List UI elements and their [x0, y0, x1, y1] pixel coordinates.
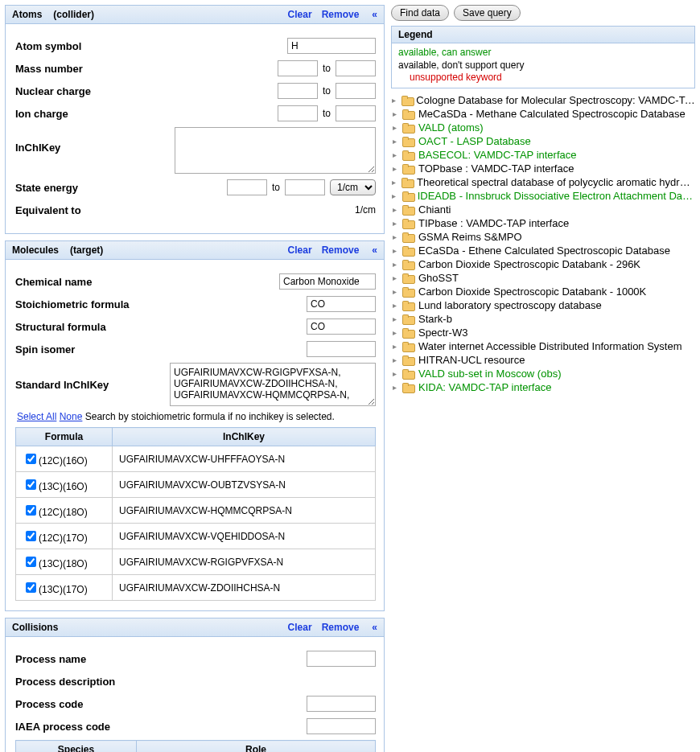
tree-item[interactable]: ▸Carbon Dioxide Spectroscopic Databank -…: [391, 285, 695, 298]
expander-icon[interactable]: ▸: [391, 137, 397, 146]
molecules-collapse-toggle[interactable]: «: [372, 245, 377, 256]
expander-icon[interactable]: ▸: [391, 123, 397, 132]
tree-item[interactable]: ▸Water internet Accessible Distributed I…: [391, 339, 695, 353]
tree-label[interactable]: GhoSST: [418, 272, 459, 284]
tree-label[interactable]: KIDA: VAMDC-TAP interface: [418, 381, 551, 393]
tree-label[interactable]: HITRAN-UCL resource: [418, 354, 525, 366]
tree-label[interactable]: Carbon Dioxide Spectroscopic Databank - …: [418, 258, 640, 270]
isotope-checkbox[interactable]: [26, 505, 36, 516]
isotope-checkbox[interactable]: [26, 557, 36, 567]
ion-charge-from-input[interactable]: [278, 105, 318, 121]
find-data-button[interactable]: Find data: [391, 5, 449, 21]
expander-icon[interactable]: ▸: [391, 232, 397, 241]
structural-formula-input[interactable]: [307, 318, 376, 335]
collisions-remove-link[interactable]: Remove: [322, 622, 360, 633]
tree-item[interactable]: ▸TOPbase : VAMDC-TAP interface: [391, 162, 695, 175]
collisions-clear-link[interactable]: Clear: [288, 622, 312, 633]
tree-label[interactable]: ECaSDa - Ethene Calculated Spectroscopic…: [418, 245, 670, 257]
tree-item[interactable]: ▸IDEADB - Innsbruck Dissociative Electro…: [391, 189, 695, 203]
expander-icon[interactable]: ▸: [391, 260, 397, 269]
expander-icon[interactable]: ▸: [391, 287, 397, 296]
atoms-remove-link[interactable]: Remove: [322, 9, 360, 20]
tree-label[interactable]: Carbon Dioxide Spectroscopic Databank - …: [418, 286, 646, 298]
expander-icon[interactable]: ▸: [391, 219, 397, 228]
tree-label[interactable]: Stark-b: [418, 313, 452, 325]
molecules-remove-link[interactable]: Remove: [322, 245, 360, 256]
tree-item[interactable]: ▸GhoSST: [391, 271, 695, 285]
isotope-checkbox[interactable]: [26, 479, 36, 490]
tree-item[interactable]: ▸TIPbase : VAMDC-TAP interface: [391, 216, 695, 230]
tree-item[interactable]: ▸Lund laboratory spectroscopy database: [391, 298, 695, 312]
tree-label[interactable]: VALD (atoms): [418, 121, 484, 134]
tree-item[interactable]: ▸Stark-b: [391, 312, 695, 326]
tree-label[interactable]: BASECOL: VAMDC-TAP interface: [418, 149, 577, 161]
save-query-button[interactable]: Save query: [454, 5, 521, 21]
expander-icon[interactable]: ▸: [391, 150, 397, 159]
tree-label[interactable]: IDEADB - Innsbruck Dissociative Electron…: [418, 190, 695, 202]
tree-label[interactable]: VALD sub-set in Moscow (obs): [418, 368, 562, 380]
expander-icon[interactable]: ▸: [391, 369, 397, 378]
expander-icon[interactable]: ▸: [391, 246, 397, 255]
molecules-clear-link[interactable]: Clear: [288, 245, 312, 256]
atom-inchikey-textarea[interactable]: [175, 127, 376, 174]
tree-label[interactable]: Theoretical spectral database of polycyc…: [417, 176, 695, 188]
tree-label[interactable]: OACT - LASP Database: [418, 135, 531, 147]
nuclear-charge-to-input[interactable]: [336, 83, 376, 99]
tree-item[interactable]: ▸VALD (atoms): [391, 121, 695, 134]
mass-number-to-input[interactable]: [336, 60, 376, 76]
expander-icon[interactable]: ▸: [391, 301, 397, 310]
atom-symbol-input[interactable]: [287, 38, 376, 54]
select-all-link[interactable]: Select All: [17, 411, 56, 422]
tree-label[interactable]: Spectr-W3: [418, 327, 467, 339]
stoich-formula-input[interactable]: [307, 296, 376, 312]
tree-item[interactable]: ▸KIDA: VAMDC-TAP interface: [391, 380, 695, 394]
spin-isomer-input[interactable]: [307, 341, 376, 357]
tree-item[interactable]: ▸MeCaSDa - Methane Calculated Spectrosco…: [391, 107, 695, 121]
state-energy-unit-select[interactable]: 1/cm: [330, 179, 376, 195]
tree-item[interactable]: ▸Chianti: [391, 203, 695, 216]
select-none-link[interactable]: None: [60, 411, 83, 422]
tree-item[interactable]: ▸GSMA Reims S&MPO: [391, 230, 695, 244]
tree-label[interactable]: Chianti: [418, 203, 451, 216]
isotope-checkbox[interactable]: [26, 454, 36, 464]
expander-icon[interactable]: ▸: [391, 96, 397, 105]
tree-label[interactable]: Lund laboratory spectroscopy database: [418, 299, 602, 311]
tree-item[interactable]: ▸OACT - LASP Database: [391, 134, 695, 148]
expander-icon[interactable]: ▸: [391, 164, 397, 173]
expander-icon[interactable]: ▸: [391, 191, 397, 200]
nuclear-charge-from-input[interactable]: [278, 83, 318, 99]
ion-charge-to-input[interactable]: [336, 105, 376, 121]
tree-label[interactable]: GSMA Reims S&MPO: [418, 231, 522, 243]
mass-number-from-input[interactable]: [278, 60, 318, 76]
tree-item[interactable]: ▸Cologne Database for Molecular Spectros…: [391, 93, 695, 107]
expander-icon[interactable]: ▸: [391, 383, 397, 392]
chemical-name-input[interactable]: [279, 273, 376, 290]
tree-item[interactable]: ▸BASECOL: VAMDC-TAP interface: [391, 148, 695, 162]
process-name-input[interactable]: [307, 651, 376, 667]
tree-label[interactable]: Water internet Accessible Distributed In…: [418, 340, 682, 352]
std-inchikey-textarea[interactable]: [170, 363, 376, 406]
tree-label[interactable]: MeCaSDa - Methane Calculated Spectroscop…: [418, 108, 686, 120]
atoms-clear-link[interactable]: Clear: [288, 9, 312, 20]
expander-icon[interactable]: ▸: [391, 328, 397, 337]
expander-icon[interactable]: ▸: [391, 205, 397, 214]
tree-item[interactable]: ▸ECaSDa - Ethene Calculated Spectroscopi…: [391, 244, 695, 257]
tree-label[interactable]: Cologne Database for Molecular Spectrosc…: [416, 94, 695, 106]
tree-item[interactable]: ▸Spectr-W3: [391, 326, 695, 339]
collisions-collapse-toggle[interactable]: «: [372, 622, 377, 633]
expander-icon[interactable]: ▸: [391, 314, 397, 323]
isotope-checkbox[interactable]: [26, 582, 36, 593]
iaea-process-code-input[interactable]: [307, 718, 376, 734]
expander-icon[interactable]: ▸: [391, 178, 397, 187]
tree-item[interactable]: ▸Carbon Dioxide Spectroscopic Databank -…: [391, 257, 695, 271]
tree-label[interactable]: TOPbase : VAMDC-TAP interface: [418, 162, 574, 175]
tree-label[interactable]: TIPbase : VAMDC-TAP interface: [418, 217, 569, 229]
state-energy-from-input[interactable]: [227, 179, 267, 195]
expander-icon[interactable]: ▸: [391, 273, 397, 282]
expander-icon[interactable]: ▸: [391, 355, 397, 364]
tree-item[interactable]: ▸VALD sub-set in Moscow (obs): [391, 367, 695, 380]
expander-icon[interactable]: ▸: [391, 109, 397, 118]
expander-icon[interactable]: ▸: [391, 342, 397, 351]
tree-item[interactable]: ▸Theoretical spectral database of polycy…: [391, 175, 695, 189]
process-code-input[interactable]: [307, 696, 376, 712]
